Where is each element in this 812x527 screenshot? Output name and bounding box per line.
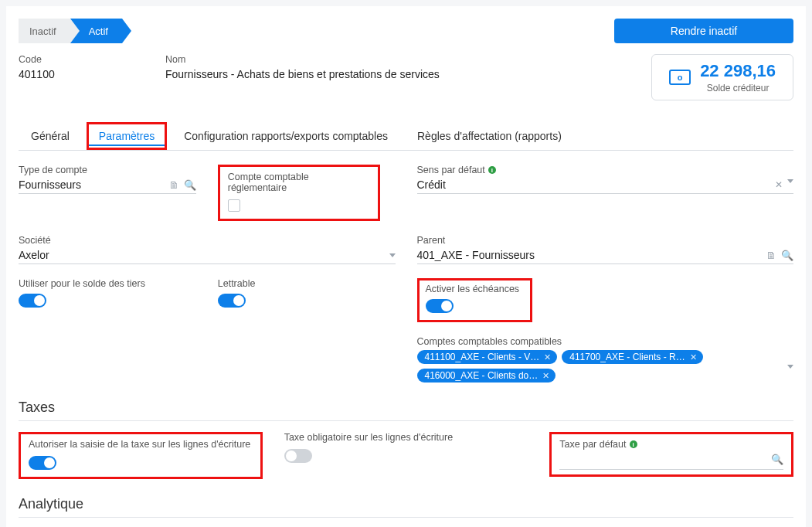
third-party-balance-label: Utiliser pour le solde des tiers — [19, 278, 196, 289]
tax-required-label: Taxe obligatoire sur les lignes d'écritu… — [284, 432, 528, 443]
name-value: Fournisseurs - Achats de biens et presta… — [165, 68, 440, 80]
taxes-row: Autoriser la saisie de la taxe sur les l… — [19, 432, 793, 479]
field-company: Société Axelor — [19, 235, 396, 264]
field-default-tax: Taxe par défaut i 🔍 — [549, 432, 793, 477]
tab-parameters[interactable]: Paramètres — [87, 122, 167, 150]
divider — [19, 517, 793, 518]
letterable-toggle[interactable] — [218, 294, 246, 308]
taxes-section-title: Taxes — [19, 400, 793, 416]
parent-input[interactable]: 401_AXE - Fournisseurs 🗎 🔍 — [417, 246, 794, 264]
field-allow-tax-entry: Autoriser la saisie de la taxe sur les l… — [19, 432, 263, 479]
form-grid: Type de compte Fournisseurs 🗎 🔍 Compte c… — [19, 165, 793, 382]
field-regulatory: Compte comptable réglementaire — [218, 165, 380, 221]
chevron-down-icon[interactable] — [389, 253, 396, 257]
account-type-value: Fournisseurs — [19, 178, 81, 191]
field-default-direction: Sens par défaut i Crédit ✕ — [417, 165, 794, 221]
tab-rules[interactable]: Règles d'affectation (rapports) — [405, 122, 574, 150]
chevron-down-icon[interactable] — [787, 179, 793, 183]
default-direction-label: Sens par défaut i — [417, 165, 794, 175]
regulatory-label: Compte comptable réglementaire — [228, 172, 370, 193]
field-third-party-balance: Utiliser pour le solde des tiers — [19, 278, 196, 322]
tax-required-toggle[interactable] — [284, 449, 312, 463]
status-inactive[interactable]: Inactif — [19, 19, 70, 43]
parent-label: Parent — [417, 235, 794, 246]
chip[interactable]: 411100_AXE - Clients - V…✕ — [417, 350, 558, 364]
enable-due-dates-label: Activer les échéances — [426, 284, 520, 294]
compatible-accounts-chips[interactable]: 411100_AXE - Clients - V…✕ 411700_AXE - … — [417, 350, 788, 382]
regulatory-checkbox[interactable] — [228, 199, 240, 212]
header-info: Code 401100 Nom Fournisseurs - Achats de… — [19, 54, 793, 100]
search-icon[interactable]: 🔍 — [771, 454, 783, 465]
info-icon[interactable]: i — [488, 166, 496, 174]
company-label: Société — [19, 235, 396, 246]
field-account-type: Type de compte Fournisseurs 🗎 🔍 — [19, 165, 196, 221]
company-select[interactable]: Axelor — [19, 246, 396, 264]
field-letterable: Lettrable — [218, 278, 396, 322]
allow-tax-entry-label: Autoriser la saisie de la taxe sur les l… — [29, 439, 253, 450]
chip-remove-icon[interactable]: ✕ — [690, 352, 697, 362]
info-icon[interactable]: i — [630, 440, 637, 448]
account-type-input[interactable]: Fournisseurs 🗎 🔍 — [19, 175, 196, 194]
code-label: Code — [19, 54, 134, 65]
account-type-label: Type de compte — [19, 165, 196, 175]
tab-general[interactable]: Général — [19, 122, 82, 150]
divider — [19, 420, 793, 421]
field-compatible-accounts: Comptes comptables compatibles 411100_AX… — [417, 336, 794, 382]
doc-icon[interactable]: 🗎 — [169, 179, 179, 191]
balance-card: o 22 298,16 Solde créditeur — [651, 54, 793, 100]
parent-value: 401_AXE - Fournisseurs — [417, 249, 535, 261]
chip-remove-icon[interactable]: ✕ — [544, 352, 551, 362]
tabs: Général Paramètres Configuration rapport… — [19, 122, 793, 151]
chip[interactable]: 411700_AXE - Clients - R…✕ — [562, 350, 702, 364]
balance-label: Solde créditeur — [700, 83, 776, 94]
name-label: Nom — [165, 54, 440, 65]
chip[interactable]: 416000_AXE - Clients do…✕ — [417, 369, 556, 382]
status-crumbs: Inactif Actif — [19, 19, 122, 43]
allow-tax-entry-toggle[interactable] — [29, 456, 56, 470]
field-tax-required: Taxe obligatoire sur les lignes d'écritu… — [284, 432, 528, 465]
default-direction-select[interactable]: Crédit ✕ — [417, 175, 794, 194]
third-party-balance-toggle[interactable] — [19, 294, 46, 308]
default-tax-input[interactable]: 🔍 — [559, 450, 783, 470]
enable-due-dates-toggle[interactable] — [426, 299, 454, 313]
account-edit-page: Inactif Actif Rendre inactif Code 401100… — [6, 6, 806, 527]
letterable-label: Lettrable — [218, 278, 396, 289]
chevron-down-icon[interactable] — [787, 365, 793, 369]
analytic-section-title: Analytique — [19, 496, 793, 512]
field-enable-due-dates: Activer les échéances — [417, 278, 533, 322]
cash-icon: o — [669, 70, 691, 85]
status-row: Inactif Actif Rendre inactif — [19, 19, 793, 43]
default-direction-value: Crédit — [417, 178, 446, 191]
tab-config[interactable]: Configuration rapports/exports comptable… — [172, 122, 400, 150]
search-icon[interactable]: 🔍 — [184, 179, 196, 191]
search-icon[interactable]: 🔍 — [781, 250, 793, 261]
chip-remove-icon[interactable]: ✕ — [542, 371, 549, 381]
code-value: 401100 — [19, 68, 134, 80]
field-parent: Parent 401_AXE - Fournisseurs 🗎 🔍 — [417, 235, 794, 264]
company-value: Axelor — [19, 249, 49, 261]
clear-icon[interactable]: ✕ — [775, 179, 783, 190]
doc-icon[interactable]: 🗎 — [766, 250, 776, 261]
default-tax-label: Taxe par défaut i — [559, 439, 783, 450]
compatible-accounts-label: Comptes comptables compatibles — [417, 336, 794, 347]
deactivate-button[interactable]: Rendre inactif — [614, 19, 793, 43]
balance-amount: 22 298,16 — [700, 61, 776, 81]
